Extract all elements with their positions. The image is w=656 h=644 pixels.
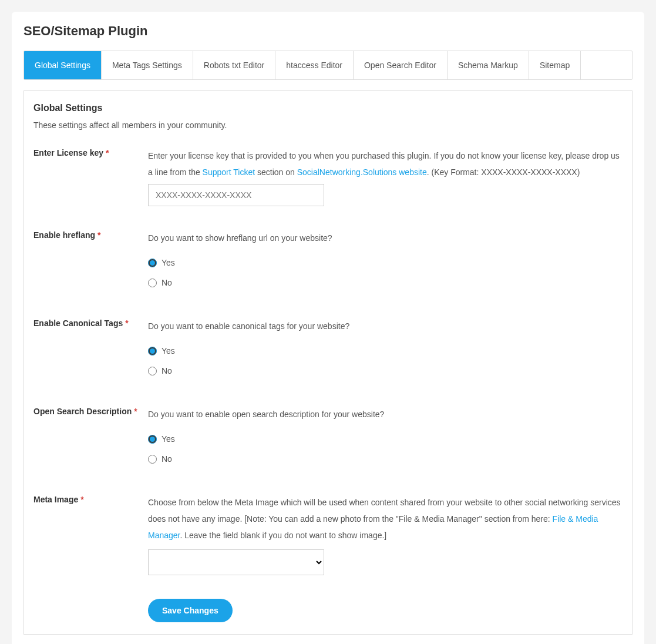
opensearch-no-label[interactable]: No [162, 451, 172, 467]
submit-spacer [33, 599, 148, 622]
tab-empty [581, 51, 632, 79]
metaimage-label-text: Meta Image [33, 495, 78, 504]
main-container: SEO/Sitemap Plugin Global Settings Meta … [12, 12, 644, 644]
metaimage-content: Choose from below the Meta Image which w… [148, 494, 623, 575]
opensearch-yes-item: Yes [148, 431, 623, 447]
opensearch-no-item: No [148, 451, 623, 467]
field-license-key: Enter License key * Enter your license k… [33, 147, 623, 206]
canonical-yes-radio[interactable] [148, 347, 157, 355]
opensearch-desc: Do you want to enable open search descri… [148, 410, 384, 419]
opensearch-label-text: Open Search Description [33, 407, 132, 416]
field-opensearch: Open Search Description * Do you want to… [33, 406, 623, 471]
tab-robots-txt-editor[interactable]: Robots txt Editor [193, 51, 276, 79]
hreflang-no-item: No [148, 274, 623, 291]
tab-sitemap[interactable]: Sitemap [529, 51, 581, 79]
field-canonical: Enable Canonical Tags * Do you want to e… [33, 318, 623, 383]
tab-htaccess-editor[interactable]: htaccess Editor [275, 51, 354, 79]
tab-meta-tags-settings[interactable]: Meta Tags Settings [102, 51, 193, 79]
required-marker: * [134, 407, 137, 416]
hreflang-no-radio[interactable] [148, 279, 157, 287]
required-marker: * [125, 318, 128, 328]
opensearch-radio-group: Yes No [148, 431, 623, 467]
panel-subtitle: These settings affect all members in you… [33, 120, 623, 130]
opensearch-yes-label[interactable]: Yes [162, 431, 175, 447]
hreflang-yes-item: Yes [148, 254, 623, 271]
social-networking-link[interactable]: SocialNetworking.Solutions website [297, 167, 427, 177]
opensearch-no-radio[interactable] [148, 455, 157, 464]
page-title: SEO/Sitemap Plugin [23, 24, 633, 39]
tab-global-settings[interactable]: Global Settings [24, 51, 102, 79]
canonical-no-label[interactable]: No [162, 363, 172, 379]
metaimage-desc-2: . Leave the field blank if you do not wa… [180, 531, 386, 540]
license-label-text: Enter License key [33, 148, 103, 157]
hreflang-yes-label[interactable]: Yes [162, 254, 175, 271]
support-ticket-link[interactable]: Support Ticket [203, 167, 255, 177]
hreflang-desc: Do you want to show hreflang url on your… [148, 233, 332, 243]
panel-title: Global Settings [33, 103, 623, 113]
hreflang-content: Do you want to show hreflang url on your… [148, 230, 623, 294]
canonical-content: Do you want to enable canonical tags for… [148, 318, 623, 383]
metaimage-desc-1: Choose from below the Meta Image which w… [148, 498, 621, 524]
required-marker: * [80, 495, 83, 504]
canonical-label-text: Enable Canonical Tags [33, 318, 123, 328]
license-desc-3: . (Key Format: XXXX-XXXX-XXXX-XXXX) [427, 167, 580, 177]
required-marker: * [106, 148, 109, 157]
canonical-no-radio[interactable] [148, 367, 157, 375]
opensearch-label: Open Search Description * [33, 406, 148, 471]
submit-row: Save Changes [33, 599, 623, 622]
tab-open-search-editor[interactable]: Open Search Editor [354, 51, 448, 79]
license-desc-2: section on [255, 167, 297, 177]
license-content: Enter your license key that is provided … [148, 147, 623, 206]
tabs-bar: Global Settings Meta Tags Settings Robot… [23, 51, 633, 80]
canonical-yes-label[interactable]: Yes [162, 343, 175, 359]
hreflang-radio-group: Yes No [148, 254, 623, 291]
canonical-label: Enable Canonical Tags * [33, 318, 148, 383]
field-metaimage: Meta Image * Choose from below the Meta … [33, 494, 623, 575]
canonical-radio-group: Yes No [148, 343, 623, 379]
settings-panel: Global Settings These settings affect al… [23, 90, 633, 635]
canonical-desc: Do you want to enable canonical tags for… [148, 321, 349, 331]
field-hreflang: Enable hreflang * Do you want to show hr… [33, 230, 623, 294]
hreflang-no-label[interactable]: No [162, 274, 172, 291]
opensearch-content: Do you want to enable open search descri… [148, 406, 623, 471]
tab-schema-markup[interactable]: Schema Markup [448, 51, 529, 79]
hreflang-label: Enable hreflang * [33, 230, 148, 294]
save-changes-button[interactable]: Save Changes [148, 599, 233, 622]
canonical-yes-item: Yes [148, 343, 623, 359]
hreflang-yes-radio[interactable] [148, 259, 157, 267]
hreflang-label-text: Enable hreflang [33, 230, 95, 240]
metaimage-label: Meta Image * [33, 494, 148, 575]
opensearch-yes-radio[interactable] [148, 435, 157, 444]
license-key-input[interactable] [148, 184, 324, 206]
required-marker: * [97, 230, 100, 240]
canonical-no-item: No [148, 363, 623, 379]
metaimage-select[interactable] [148, 549, 324, 575]
license-label: Enter License key * [33, 147, 148, 206]
